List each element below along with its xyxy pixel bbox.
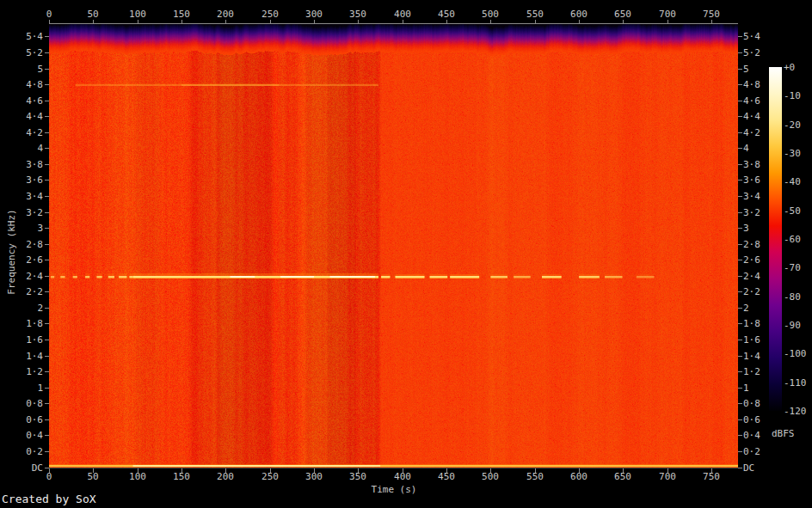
freq-tick-label: 2·6	[743, 255, 760, 265]
freq-tick	[45, 180, 49, 181]
freq-tick	[738, 180, 742, 181]
colorbar-tick-label: -70	[784, 263, 801, 272]
colorbar-unit: dBFS	[772, 428, 795, 439]
time-tick-label: 500	[482, 472, 499, 481]
freq-tick-label: 4·8	[0, 80, 43, 89]
freq-tick	[738, 260, 742, 260]
freq-tick-label: 1·4	[743, 352, 760, 361]
freq-tick	[738, 196, 742, 197]
time-tick	[314, 20, 315, 24]
colorbar-tick-label: -40	[784, 177, 801, 187]
freq-tick	[738, 323, 742, 324]
freq-tick-label: 0·6	[743, 415, 760, 425]
colorbar-tick-label: -60	[784, 235, 801, 244]
freq-tick-label: 4·4	[0, 112, 43, 121]
freq-tick	[738, 164, 742, 165]
freq-tick	[45, 212, 49, 213]
time-tick-label: 450	[438, 9, 455, 19]
time-tick-label: 250	[261, 9, 279, 19]
freq-tick-label: 4·2	[0, 128, 43, 138]
time-axis-title: Time (s)	[372, 484, 417, 495]
freq-tick	[45, 101, 49, 101]
time-tick-label: 700	[659, 9, 676, 19]
freq-tick-label: 5·4	[0, 32, 43, 41]
freq-tick-label: 5·4	[743, 32, 760, 41]
time-tick	[535, 20, 536, 24]
freq-tick-label: 1·2	[743, 367, 760, 376]
sox-credit: Created by SoX	[2, 493, 96, 505]
time-tick-label: 400	[394, 9, 411, 19]
freq-tick	[738, 340, 742, 340]
freq-tick-label: 3·8	[743, 160, 760, 169]
freq-tick	[45, 291, 49, 292]
time-tick-label: 700	[659, 472, 676, 481]
freq-tick	[45, 196, 49, 197]
top-axis-line	[49, 23, 738, 24]
colorbar-tick-label: -100	[784, 349, 807, 358]
freq-tick-label: 4·6	[743, 96, 760, 106]
time-tick	[270, 20, 271, 24]
freq-tick-label: 3	[743, 223, 749, 233]
freq-tick	[738, 101, 742, 101]
time-tick-label: 300	[305, 472, 323, 481]
freq-tick	[45, 84, 49, 85]
time-tick-label: 750	[703, 9, 720, 19]
time-tick-label: 200	[217, 472, 234, 481]
time-tick-label: 250	[261, 472, 279, 481]
freq-tick	[738, 228, 742, 229]
freq-tick-label: 0·2	[0, 447, 43, 456]
freq-tick	[45, 403, 49, 404]
freq-tick-label: 3·6	[743, 175, 760, 185]
freq-tick	[738, 52, 742, 53]
freq-tick	[45, 340, 49, 340]
freq-tick-label: DC	[0, 463, 43, 473]
time-tick-label: 600	[570, 9, 587, 19]
freq-tick	[45, 244, 49, 245]
freq-tick	[45, 52, 49, 53]
freq-tick	[45, 116, 49, 117]
freq-tick-label: 4·2	[743, 128, 760, 138]
colorbar-gradient	[769, 67, 782, 411]
freq-tick	[45, 323, 49, 324]
freq-tick-label: 1	[0, 383, 43, 393]
freq-tick-label: 4·6	[0, 96, 43, 106]
colorbar-tick-label: -30	[784, 149, 801, 158]
time-tick-label: 0	[46, 9, 52, 19]
freq-tick-label: 2·4	[743, 272, 760, 281]
time-tick-label: 650	[614, 9, 631, 19]
freq-tick-label: 1·6	[0, 335, 43, 345]
freq-tick	[45, 148, 49, 149]
freq-tick	[45, 69, 49, 70]
freq-tick	[738, 388, 742, 389]
time-tick	[93, 20, 94, 24]
freq-tick-label: 0·8	[743, 399, 760, 408]
freq-tick	[45, 356, 49, 357]
colorbar-tick-label: -120	[784, 407, 807, 416]
freq-tick	[738, 371, 742, 372]
time-tick-label: 350	[349, 9, 366, 19]
time-tick	[403, 20, 403, 24]
time-tick-label: 550	[526, 9, 544, 19]
time-tick-label: 200	[217, 9, 234, 19]
time-tick-label: 600	[570, 472, 587, 481]
freq-tick	[738, 356, 742, 357]
freq-tick	[738, 116, 742, 117]
colorbar-tick-label: -20	[784, 120, 801, 130]
freq-tick	[738, 451, 742, 452]
time-tick-label: 500	[482, 9, 499, 19]
freq-tick	[45, 468, 49, 468]
spectrogram-plot	[49, 24, 738, 468]
time-tick-label: 150	[173, 472, 190, 481]
freq-tick	[738, 419, 742, 420]
time-tick	[446, 20, 447, 24]
time-tick	[358, 20, 359, 24]
sox-spectrogram: 0501001502002503003504004505005506006507…	[0, 0, 812, 508]
freq-tick	[738, 148, 742, 149]
time-tick-label: 150	[173, 9, 190, 19]
freq-tick	[45, 371, 49, 372]
time-tick-label: 350	[349, 472, 366, 481]
time-tick	[225, 20, 226, 24]
colorbar-tick-label: -80	[784, 292, 801, 302]
freq-tick-label: 1·8	[743, 319, 760, 328]
freq-tick-label: 4	[743, 144, 749, 153]
